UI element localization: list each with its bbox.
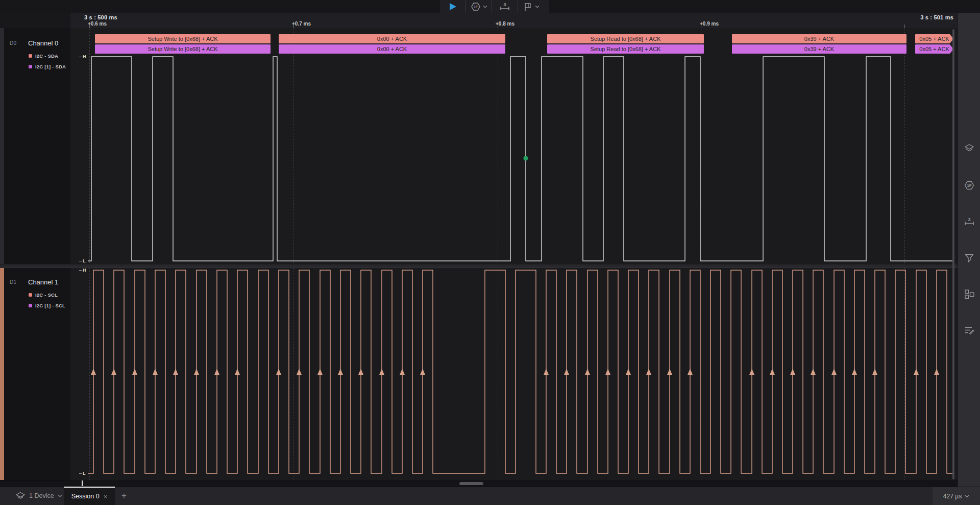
svg-text:1F: 1F <box>473 5 478 9</box>
capture-mode-button[interactable]: 1F <box>466 0 492 13</box>
analyzer-color-swatch <box>29 293 32 297</box>
timeline-absolute-right: 3 s : 501 ms <box>920 14 953 20</box>
chevron-down-icon <box>965 495 969 498</box>
annotation-segment[interactable]: Setup Write to [0x68] + ACK <box>95 34 271 43</box>
annotation-segment[interactable]: Setup Read to [0x68] + ACK <box>547 34 704 43</box>
device-icon <box>15 492 26 500</box>
measurements-3-icon[interactable]: 3 <box>964 216 975 227</box>
level-tick <box>79 57 82 57</box>
device-count-label: 1 Device <box>29 492 54 499</box>
chevron-down-icon <box>535 5 540 8</box>
chevron-down-icon <box>483 5 487 8</box>
analyzer-label: I2C - SCL <box>35 292 58 298</box>
capture-mode-1f-icon[interactable]: 1F <box>964 180 975 191</box>
svg-text:1F: 1F <box>967 183 972 188</box>
timeline-tick <box>701 25 701 28</box>
analyzer-color-swatch <box>29 304 32 307</box>
analyzers-icon[interactable] <box>964 288 975 300</box>
channel-badge: D1 <box>10 279 17 285</box>
svg-text:3: 3 <box>503 2 506 7</box>
play-icon <box>450 3 456 10</box>
annotation-segment[interactable]: 0x00 + ACK <box>279 44 505 54</box>
session-tab[interactable]: Session 0 × <box>64 487 115 505</box>
scrollbar-position-tick <box>82 480 83 486</box>
annotation-segment[interactable]: 0x39 + ACK <box>732 44 906 54</box>
timeline-relative-label: +0.8 ms <box>496 21 514 27</box>
annotation-segment[interactable]: 0x05 + ACK <box>915 44 953 54</box>
level-marker-l: L <box>83 471 86 476</box>
analyzer-label: I2C [1] - SDA <box>35 64 66 69</box>
channel-name[interactable]: Channel 1 <box>28 278 58 286</box>
capture-toolbar: 1F 3 <box>440 0 549 13</box>
annotation-segment[interactable]: 0x05 + ACK <box>915 34 953 43</box>
time-range-label: 427 µs <box>943 493 962 500</box>
annotation-segment[interactable]: 0x39 + ACK <box>732 34 906 43</box>
channel-labels-panel: D0Channel 0I2C - SDAI2C [1] - SDAD1Chann… <box>0 28 71 480</box>
channel-row-divider[interactable] <box>0 264 958 268</box>
timeline-tick <box>89 25 90 28</box>
chevron-down-icon <box>58 494 62 497</box>
channel-badge: D0 <box>10 40 17 46</box>
analyzer-legend-item[interactable]: I2C [1] - SCL <box>29 303 65 308</box>
add-tab-button[interactable]: + <box>121 487 127 505</box>
capture-mode-1f-icon: 1F <box>471 2 481 12</box>
analyzer-legend-item[interactable]: I2C [1] - SDA <box>29 64 66 69</box>
vertical-scrollbar-thumb[interactable] <box>952 29 954 479</box>
measurements-3-icon: 3 <box>499 2 510 12</box>
timeline-tick <box>293 25 294 28</box>
filter-icon[interactable] <box>964 252 975 263</box>
level-tick <box>79 270 82 271</box>
analyzer-legend-item[interactable]: I2C - SCL <box>29 292 58 298</box>
timeline-tick <box>904 25 905 28</box>
time-range-selector[interactable]: 427 µs <box>933 487 980 505</box>
channel-name[interactable]: Channel 0 <box>28 39 58 47</box>
annotation-segment[interactable]: 0x00 + ACK <box>279 34 505 43</box>
bottom-bar <box>0 487 980 505</box>
timeline-relative-label: +0.9 ms <box>700 21 719 27</box>
devices-icon[interactable] <box>964 142 975 154</box>
annotation-segment[interactable]: Setup Write to [0x68] + ACK <box>95 44 271 54</box>
svg-text:3: 3 <box>968 217 970 222</box>
analyzer-color-swatch <box>29 54 32 58</box>
level-marker-h: H <box>83 268 86 273</box>
analyzer-label: I2C [1] - SCL <box>35 303 65 308</box>
timeline-relative-label: +0.7 ms <box>292 21 311 27</box>
channel-color-strip <box>0 28 4 264</box>
session-tab-label: Session 0 <box>71 493 100 500</box>
device-selector[interactable]: 1 Device <box>15 487 62 505</box>
annotations-notes-icon[interactable] <box>964 325 975 336</box>
level-tick <box>79 261 82 261</box>
annotation-segment[interactable]: Setup Read to [0x68] + ACK <box>547 44 704 54</box>
horizontal-scrollbar-thumb[interactable] <box>459 482 483 485</box>
timeline-absolute-left: 3 s : 500 ms <box>84 14 117 20</box>
close-tab-icon[interactable]: × <box>104 493 108 500</box>
timeline-header[interactable]: 3 s : 500 ms 3 s : 501 ms +0.6 ms+0.7 ms… <box>0 13 958 29</box>
header-corner <box>0 13 70 29</box>
right-sidebar: 1F 3 <box>958 13 980 487</box>
channel-color-strip <box>0 267 4 480</box>
level-marker-l: L <box>83 258 86 263</box>
flags-button[interactable] <box>518 0 544 13</box>
analyzer-color-swatch <box>29 65 32 68</box>
timeline-relative-label: +0.6 ms <box>88 21 107 27</box>
measurements-button[interactable]: 3 <box>492 0 518 13</box>
analyzer-label: I2C - SDA <box>35 53 58 59</box>
level-tick <box>79 473 82 474</box>
play-button[interactable] <box>440 0 466 13</box>
level-marker-h: H <box>83 54 86 59</box>
analyzer-legend-item[interactable]: I2C - SDA <box>29 53 58 59</box>
flag-icon <box>523 2 533 12</box>
waveform-viewport[interactable] <box>70 28 958 480</box>
logic-analyzer-window: 1F 3 3 s : 500 ms 3 s : 501 ms <box>0 0 980 505</box>
timeline-tick <box>498 25 498 28</box>
